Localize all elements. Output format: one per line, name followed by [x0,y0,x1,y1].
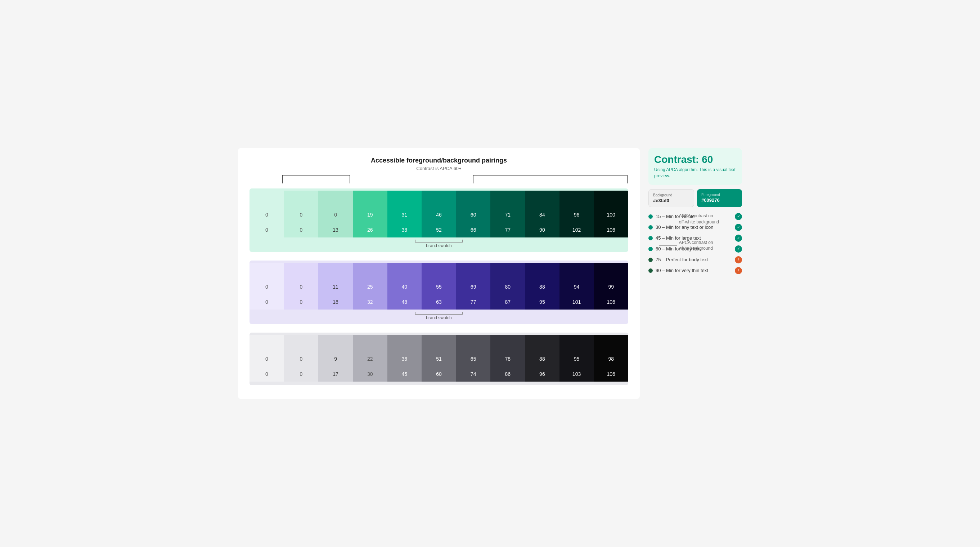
band-cell [250,335,284,351]
purple-section: 00112540556980889499 0018324863778795101… [250,258,628,326]
band-cell [318,335,353,351]
data-cell: 87 [490,294,525,309]
band-cell [422,335,456,351]
data-cell: 0 [250,294,284,309]
band-cell [353,263,387,279]
data-cell: 0 [250,367,284,381]
apca-white-text: APCA contrast onwhite background [679,240,713,252]
data-cell: 88 [525,351,560,367]
legend-label: 90 – Min for very thin text [655,268,708,273]
band-cell [318,263,353,279]
data-cell: 46 [422,207,456,222]
band-cell [387,335,422,351]
data-cell: 13 [318,222,353,238]
data-cell: 80 [490,279,525,294]
purple-band [250,263,628,279]
band-cell [353,335,387,351]
data-cell: 31 [387,207,422,222]
data-cell: 96 [525,367,560,381]
data-cell: 40 [387,279,422,294]
data-cell: 52 [422,222,456,238]
data-cell: 86 [490,367,525,381]
data-cell: 0 [250,279,284,294]
title-section: Accessible foreground/background pairing… [250,157,628,171]
data-cell: 45 [387,367,422,381]
data-cell: 0 [284,351,319,367]
data-cell: 9 [318,351,353,367]
subtitle: Contrast is APCA 60+ [250,166,628,171]
data-cell: 100 [594,207,628,222]
band-cell [560,191,594,207]
band-cell [422,263,456,279]
legend-dot [648,247,653,251]
green-band [250,191,628,207]
band-cell [525,191,560,207]
data-cell: 106 [594,294,628,309]
legend-item: 75 – Perfect for body text! [648,256,742,263]
green-row2: 0013263852667790102106 [250,222,628,238]
band-cell [594,263,628,279]
data-cell: 0 [284,367,319,381]
data-cell: 30 [353,367,387,381]
data-cell: 0 [250,207,284,222]
band-cell [250,191,284,207]
purple-row2: 0018324863778795101106 [250,294,628,309]
band-cell [525,335,560,351]
data-cell: 101 [560,294,594,309]
purple-brand-label: brand swatch [250,312,628,321]
check-icon: ✓ [735,224,742,231]
fg-chip: Foreground #009276 [697,189,742,207]
data-cell: 106 [594,367,628,381]
data-cell: 25 [353,279,387,294]
data-cell: 88 [525,279,560,294]
data-cell: 18 [318,294,353,309]
data-cell: 17 [318,367,353,381]
legend-dot [648,214,653,219]
data-cell: 74 [456,367,491,381]
band-cell [560,335,594,351]
right-panel: Contrast: 60 Using APCA algorithm. This … [648,148,742,274]
data-cell: 77 [456,294,491,309]
data-cell: 95 [560,351,594,367]
warn-icon: ! [735,267,742,274]
bg-chip-label: Background [653,193,689,197]
data-cell: 11 [318,279,353,294]
data-cell: 55 [422,279,456,294]
data-cell: 26 [353,222,387,238]
band-cell [490,191,525,207]
band-cell [560,263,594,279]
data-cell: 99 [594,279,628,294]
data-cell: 69 [456,279,491,294]
data-cell: 95 [525,294,560,309]
green-row1: 00019314660718496100 [250,207,628,222]
page-wrapper: Accessible foreground/background pairing… [238,148,742,399]
contrast-desc: Using APCA algorithm. This is a visual t… [654,167,736,179]
check-icon: ✓ [735,234,742,242]
apca-offwhite-text: APCA contrast onoff-white background [679,213,719,225]
data-cell: 77 [490,222,525,238]
data-cell: 19 [353,207,387,222]
fg-chip-value: #009276 [702,198,738,203]
data-cell: 78 [490,351,525,367]
data-cell: 0 [250,222,284,238]
data-cell: 103 [560,367,594,381]
bg-fg-row: Background #e3faf0 Foreground #009276 [648,189,742,207]
warn-icon: ! [735,256,742,263]
data-cell: 65 [456,351,491,367]
data-cell: 66 [456,222,491,238]
bg-chip-value: #e3faf0 [653,198,689,203]
legend-label: 75 – Perfect for body text [655,257,708,262]
green-section: 00019314660718496100 0013263852667790102… [250,186,628,254]
apca-white-label: APCA contrast onwhite background [659,240,719,252]
data-cell: 60 [422,367,456,381]
left-bracket [282,175,350,183]
band-cell [456,263,491,279]
legend-dot [648,236,653,240]
data-cell: 0 [284,294,319,309]
band-cell [284,263,319,279]
apca-labels: APCA contrast onoff-white background APC… [659,213,719,252]
legend-dot [648,225,653,230]
data-cell: 71 [490,207,525,222]
band-cell [525,263,560,279]
data-cell: 32 [353,294,387,309]
